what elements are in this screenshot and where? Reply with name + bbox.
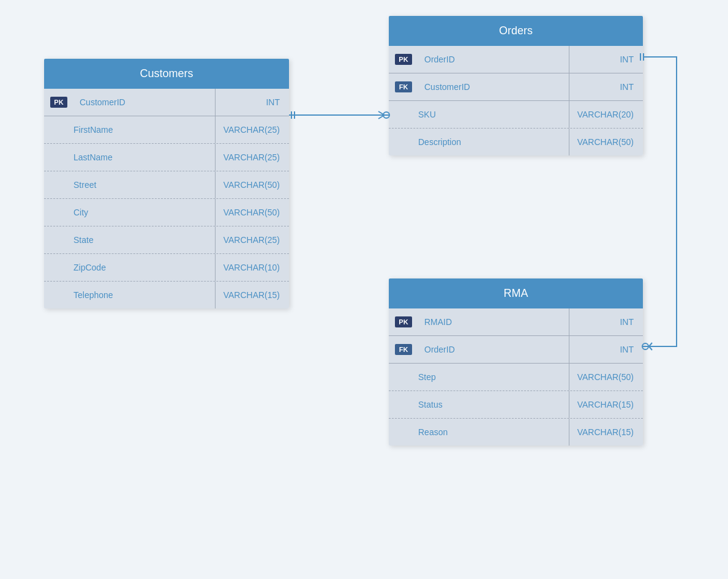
col-name: Telephone [44,290,215,300]
rma-table-body: PK RMAID INT FK OrderID INT Step VARCHAR… [389,308,643,446]
customers-table-body: PK CustomerID INT FirstName VARCHAR(25) … [44,89,289,308]
table-row: Description VARCHAR(50) [389,129,643,155]
svg-line-10 [649,343,652,346]
col-name: Step [389,372,569,382]
col-type: INT [569,317,643,327]
diagram-canvas: Customers PK CustomerID INT FirstName VA… [0,0,728,579]
svg-line-4 [378,111,385,115]
col-type: INT [216,97,289,107]
table-row: Status VARCHAR(15) [389,391,643,419]
col-type: VARCHAR(15) [216,290,289,300]
col-name: OrderID [418,54,569,64]
col-type: INT [569,345,643,354]
table-row: State VARCHAR(25) [44,226,289,254]
col-name: Description [389,137,569,147]
table-row: FK CustomerID INT [389,73,643,101]
table-row: Telephone VARCHAR(15) [44,282,289,308]
fk-badge: FK [395,344,412,355]
table-row: Street VARCHAR(50) [44,171,289,199]
col-name: RMAID [418,317,569,327]
col-type: VARCHAR(25) [216,152,289,162]
col-type: VARCHAR(15) [569,400,643,409]
table-row: City VARCHAR(50) [44,199,289,226]
svg-line-11 [649,346,652,350]
col-type: VARCHAR(50) [216,207,289,217]
rma-table-header: RMA [389,278,643,308]
col-type: VARCHAR(25) [216,125,289,135]
customers-table: Customers PK CustomerID INT FirstName VA… [44,59,289,308]
col-name: ZipCode [44,263,215,272]
svg-point-9 [642,343,648,349]
table-row: Step VARCHAR(50) [389,364,643,391]
fk-badge: FK [395,81,412,92]
table-row: PK RMAID INT [389,308,643,336]
col-type: VARCHAR(20) [569,110,643,119]
col-name: Street [44,180,215,190]
pk-badge: PK [395,316,412,327]
col-name: CustomerID [73,97,215,107]
col-name: FirstName [44,125,215,135]
table-row: PK OrderID INT [389,46,643,73]
connector-customers-orders [289,111,389,119]
table-row: LastName VARCHAR(25) [44,144,289,171]
col-name: SKU [389,110,569,119]
orders-table: Orders PK OrderID INT FK CustomerID INT … [389,16,643,155]
pk-badge: PK [395,54,412,65]
connector-orders-rma [640,53,677,350]
col-name: City [44,207,215,217]
orders-table-body: PK OrderID INT FK CustomerID INT SKU VAR… [389,46,643,155]
col-type: VARCHAR(10) [216,263,289,272]
col-type: VARCHAR(50) [216,180,289,190]
col-name: State [44,235,215,245]
col-name: OrderID [418,345,569,354]
rma-table: RMA PK RMAID INT FK OrderID INT Step VAR… [389,278,643,446]
table-row: Reason VARCHAR(15) [389,419,643,446]
col-type: VARCHAR(25) [216,235,289,245]
table-row: PK CustomerID INT [44,89,289,116]
table-row: ZipCode VARCHAR(10) [44,254,289,282]
col-type: INT [569,54,643,64]
orders-table-header: Orders [389,16,643,46]
table-row: SKU VARCHAR(20) [389,101,643,129]
col-name: LastName [44,152,215,162]
col-name: Reason [389,427,569,437]
col-name: CustomerID [418,82,569,92]
customers-table-header: Customers [44,59,289,89]
svg-line-5 [378,115,385,119]
col-name: Status [389,400,569,409]
pk-badge: PK [50,97,67,108]
col-type: VARCHAR(50) [569,137,643,147]
table-row: FirstName VARCHAR(25) [44,116,289,144]
col-type: VARCHAR(15) [569,427,643,437]
table-row: FK OrderID INT [389,336,643,364]
col-type: VARCHAR(50) [569,372,643,382]
col-type: INT [569,82,643,92]
